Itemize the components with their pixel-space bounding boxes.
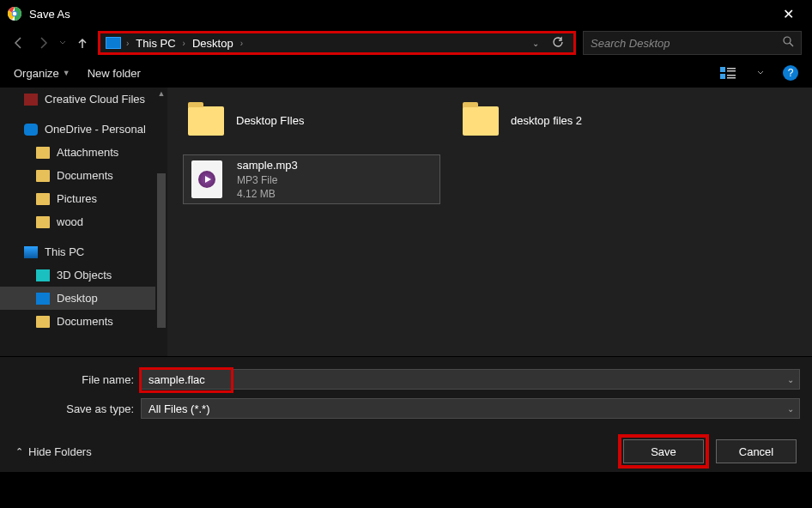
sidebar-item-attachments[interactable]: Attachments [0,141,167,164]
svg-rect-7 [727,70,736,72]
sidebar-item-label: wood [57,215,83,228]
breadcrumb-this-pc[interactable]: This PC [134,37,177,50]
sidebar-item-onedrive[interactable]: OneDrive - Personal [0,118,167,141]
new-folder-button[interactable]: New folder [88,67,141,80]
sidebar-item-creative-cloud[interactable]: Creative Cloud Files [0,88,167,111]
sidebar-item-label: OneDrive - Personal [45,123,146,136]
file-size: 4.12 MB [237,187,298,201]
svg-rect-6 [727,68,736,70]
organize-label: Organize [14,67,59,80]
back-button[interactable] [10,34,27,51]
filename-input[interactable]: sample.flac ⌄ [141,369,800,390]
savetype-value: All Files (*.*) [148,402,210,415]
scroll-up-icon[interactable]: ▲ [155,88,167,100]
sidebar-item-label: Desktop [57,292,98,305]
filename-value: sample.flac [148,373,205,386]
svg-line-4 [790,43,793,46]
folder-icon [24,94,38,106]
sidebar-item-this-pc[interactable]: This PC [0,240,167,263]
hide-folders-label: Hide Folders [28,445,92,458]
folder-icon [36,193,50,205]
file-list[interactable]: Desktop FIles desktop files 2 sample.mp3… [167,88,812,356]
svg-point-3 [784,37,791,44]
file-name: Desktop FIles [236,113,304,129]
folder-icon [461,101,500,141]
save-form: File name: sample.flac ⌄ Save as type: A… [0,356,812,472]
folder-icon [36,216,50,228]
new-folder-label: New folder [88,67,141,80]
hide-folders-button[interactable]: ⌃ Hide Folders [15,445,92,458]
chevron-down-icon[interactable]: ⌄ [787,375,794,384]
search-placeholder: Search Desktop [591,37,783,50]
address-bar[interactable]: › This PC › Desktop › ⌄ [98,31,576,55]
organize-button[interactable]: Organize ▼ [14,67,70,80]
svg-rect-9 [727,75,736,76]
sidebar-item-label: Documents [57,169,113,182]
address-dropdown[interactable]: ⌄ [532,39,539,48]
breadcrumb-desktop[interactable]: Desktop [191,37,235,50]
sidebar-item-label: Attachments [57,146,118,159]
cancel-button[interactable]: Cancel [716,439,797,463]
titlebar: Save As ✕ [0,0,812,27]
search-icon [783,36,794,50]
view-options-button[interactable] [718,67,738,79]
app-icon [7,6,22,21]
view-dropdown[interactable] [755,70,766,76]
pc-icon [24,246,38,258]
search-input[interactable]: Search Desktop [583,31,802,55]
file-kind: MP3 File [237,173,298,187]
save-button[interactable]: Save [623,439,704,463]
main-area: Creative Cloud Files OneDrive - Personal… [0,88,812,356]
file-item-folder[interactable]: Desktop FIles [183,96,440,146]
svg-rect-5 [720,67,725,72]
svg-rect-10 [727,77,736,79]
folder-icon [36,147,50,159]
sidebar-item-label: Documents [57,315,113,328]
svg-rect-8 [720,74,725,79]
chevron-down-icon[interactable]: ⌄ [787,404,794,414]
refresh-button[interactable] [548,36,568,51]
chevron-up-icon: ⌃ [15,446,23,457]
sidebar: Creative Cloud Files OneDrive - Personal… [0,88,167,356]
cloud-icon [24,124,38,136]
filename-label: File name: [12,373,141,386]
forward-button[interactable] [34,34,52,51]
scrollbar-thumb[interactable] [157,173,166,328]
cube-icon [36,269,50,281]
file-item-folder[interactable]: desktop files 2 [458,96,715,146]
sidebar-item-pictures[interactable]: Pictures [0,187,167,210]
pc-icon [106,37,121,49]
toolbar: Organize ▼ New folder ? [0,58,812,88]
audio-file-icon [187,160,227,199]
sidebar-item-label: 3D Objects [57,269,112,281]
sidebar-item-documents-2[interactable]: Documents [0,310,167,333]
folder-icon [186,101,226,141]
sidebar-item-3d-objects[interactable]: 3D Objects [0,263,167,287]
close-button[interactable]: ✕ [771,6,805,22]
folder-icon [36,170,50,182]
nav-row: › This PC › Desktop › ⌄ Search Desktop [0,27,812,58]
sidebar-scrollbar[interactable]: ▲ [155,88,167,356]
sidebar-item-label: This PC [45,245,84,258]
help-button[interactable]: ? [783,65,798,81]
savetype-select[interactable]: All Files (*.*) ⌄ [141,398,800,419]
file-name: desktop files 2 [511,113,582,129]
sidebar-item-desktop[interactable]: Desktop [0,287,167,310]
sidebar-item-wood[interactable]: wood [0,210,167,233]
sidebar-item-label: Pictures [57,192,97,205]
chevron-right-icon: › [183,39,185,48]
sidebar-item-documents[interactable]: Documents [0,164,167,187]
window-title: Save As [29,8,771,21]
sidebar-item-label: Creative Cloud Files [45,93,145,106]
desktop-icon [36,293,50,305]
recent-dropdown[interactable] [58,34,67,51]
svg-point-2 [13,12,17,16]
chevron-right-icon: › [240,39,243,48]
chevron-right-icon: › [126,39,129,48]
file-item-mp3[interactable]: sample.mp3 MP3 File 4.12 MB [183,154,440,204]
save-label: Save [651,445,676,458]
file-name: sample.mp3 [237,158,298,173]
folder-icon [36,316,50,328]
chevron-down-icon: ▼ [63,69,70,77]
up-button[interactable] [74,34,91,51]
